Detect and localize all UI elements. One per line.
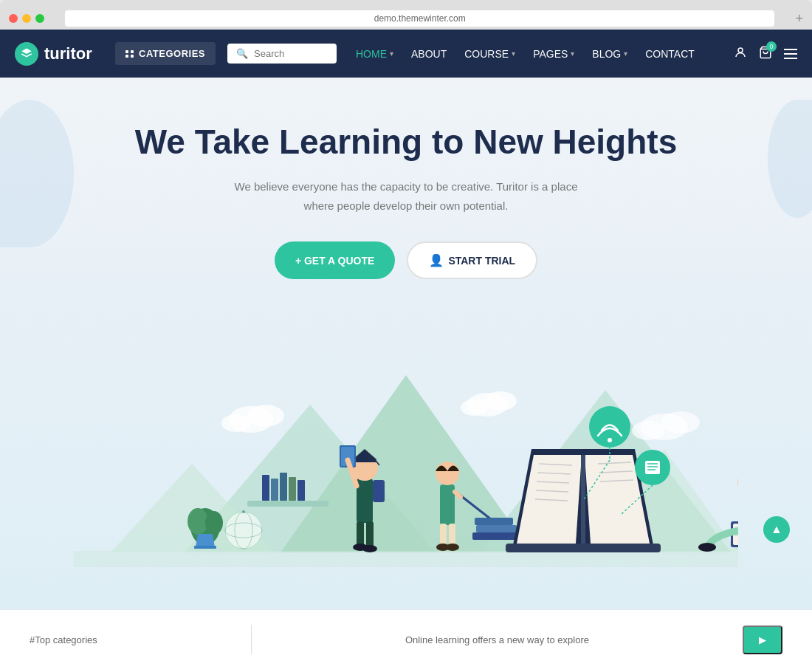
close-dot[interactable] [9, 14, 18, 23]
logo[interactable]: turitor [15, 42, 103, 66]
svg-rect-22 [297, 480, 305, 501]
categories-label: CATEGORIES [139, 48, 205, 59]
grid-icon [125, 50, 134, 58]
svg-rect-19 [271, 479, 278, 501]
footer-divider [251, 625, 252, 654]
nav-course[interactable]: COURSE ▾ [464, 48, 515, 60]
website-content: turitor CATEGORIES 🔍 HOME ▾ A [0, 30, 812, 658]
svg-point-25 [187, 508, 208, 535]
svg-point-0 [738, 48, 743, 52]
svg-point-78 [737, 470, 738, 495]
blog-chevron: ▾ [624, 49, 627, 58]
svg-point-8 [247, 405, 284, 427]
svg-point-28 [225, 512, 262, 549]
search-bar: 🔍 [227, 44, 337, 64]
start-trial-button[interactable]: 👤 START TRIAL [407, 241, 537, 279]
nav-home[interactable]: HOME ▾ [356, 48, 393, 60]
footer-button[interactable]: ▶ [743, 626, 782, 654]
svg-point-26 [205, 511, 223, 535]
cart-icon[interactable]: 0 [759, 46, 772, 62]
svg-point-87 [698, 543, 716, 552]
user-icon[interactable] [734, 46, 747, 62]
svg-rect-21 [289, 477, 296, 501]
svg-rect-37 [357, 521, 364, 547]
new-tab-button[interactable]: + [795, 11, 803, 27]
svg-rect-54 [476, 525, 517, 532]
svg-rect-20 [280, 473, 287, 501]
svg-rect-65 [506, 544, 661, 552]
hero-title: We Take Learning to New Heights [15, 122, 797, 162]
svg-rect-17 [247, 501, 328, 507]
svg-rect-55 [475, 518, 513, 525]
svg-rect-34 [353, 459, 376, 462]
search-icon: 🔍 [236, 48, 248, 59]
svg-point-15 [632, 421, 664, 440]
cart-badge: 0 [766, 41, 777, 52]
scroll-top-button[interactable]: ▲ [763, 516, 790, 543]
start-trial-label: START TRIAL [448, 255, 515, 267]
footer-categories-label: #Top categories [30, 634, 97, 645]
nav-links: HOME ▾ ABOUT COURSE ▾ PAGES ▾ BLOG ▾ CON… [356, 48, 722, 60]
logo-text: turitor [44, 44, 92, 64]
svg-rect-41 [373, 480, 385, 502]
browser-window: demo.themewinter.com + turitor CATEGO [0, 0, 812, 658]
home-chevron: ▾ [390, 49, 393, 58]
person-icon: 👤 [429, 253, 444, 267]
svg-rect-16 [74, 551, 738, 567]
nav-about[interactable]: ABOUT [411, 48, 447, 60]
svg-rect-18 [262, 475, 269, 501]
svg-rect-53 [472, 532, 517, 540]
navbar: turitor CATEGORIES 🔍 HOME ▾ A [0, 30, 812, 78]
address-bar[interactable]: demo.themewinter.com [65, 10, 774, 27]
hamburger-menu[interactable] [784, 49, 797, 59]
footer-preview: #Top categories Online learning offers a… [0, 609, 812, 658]
svg-point-31 [242, 510, 245, 513]
logo-icon [15, 42, 38, 66]
hero-section: We Take Learning to New Heights We belie… [0, 78, 812, 609]
nav-pages[interactable]: PAGES ▾ [533, 48, 574, 60]
course-chevron: ▾ [512, 49, 515, 58]
minimize-dot[interactable] [22, 14, 31, 23]
svg-point-46 [436, 462, 459, 485]
nav-blog[interactable]: BLOG ▾ [592, 48, 627, 60]
hero-illustration [15, 316, 797, 567]
nav-icons: 0 [734, 46, 797, 62]
traffic-lights [9, 14, 44, 23]
hero-subtitle: We believe everyone has the capacity to … [221, 177, 591, 215]
svg-point-14 [661, 411, 700, 433]
categories-button[interactable]: CATEGORIES [115, 42, 216, 65]
svg-rect-27 [194, 546, 216, 549]
search-input[interactable] [254, 48, 328, 59]
svg-point-40 [362, 545, 377, 552]
svg-point-12 [461, 400, 487, 416]
svg-point-11 [484, 391, 517, 411]
nav-contact[interactable]: CONTACT [645, 48, 695, 60]
svg-rect-69 [645, 461, 660, 474]
footer-online-label: Online learning offers a new way to expl… [405, 634, 589, 645]
svg-point-67 [608, 438, 612, 442]
url-text: demo.themewinter.com [374, 13, 466, 24]
hero-buttons: + GET A QUOTE 👤 START TRIAL [15, 241, 797, 279]
svg-rect-45 [440, 484, 455, 525]
svg-point-50 [446, 544, 459, 551]
pages-chevron: ▾ [571, 49, 574, 58]
maximize-dot[interactable] [35, 14, 44, 23]
svg-point-9 [221, 414, 251, 432]
get-quote-button[interactable]: + GET A QUOTE [275, 241, 395, 279]
nav-home-wrap: HOME ▾ [356, 48, 393, 60]
svg-rect-38 [366, 521, 374, 547]
browser-chrome: demo.themewinter.com + [0, 0, 812, 30]
